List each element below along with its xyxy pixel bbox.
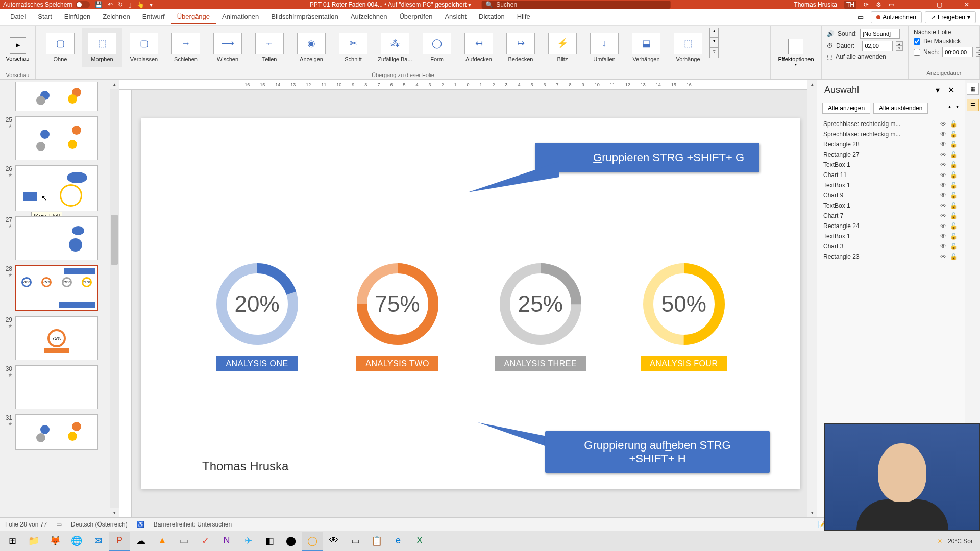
touch-icon[interactable]: 👆: [137, 1, 144, 8]
show-all-button[interactable]: Alle anzeigen: [822, 103, 870, 114]
app-icon[interactable]: ◯: [302, 532, 323, 551]
hide-all-button[interactable]: Alle ausblenden: [873, 103, 928, 114]
minimize-button[interactable]: ─: [901, 0, 922, 9]
analysis-label[interactable]: ANALYSIS FOUR: [641, 356, 727, 371]
scroll-down-icon[interactable]: ▾: [807, 508, 817, 517]
menu-tab-bildschirmpräsentation[interactable]: Bildschirmpräsentation: [265, 10, 345, 24]
onenote-icon[interactable]: N: [216, 532, 237, 551]
user-name[interactable]: Thomas Hruska: [794, 1, 837, 8]
lock-icon[interactable]: 🔓: [948, 182, 959, 189]
visibility-icon[interactable]: 👁: [938, 161, 948, 168]
selection-item[interactable]: Chart 9👁🔓: [819, 190, 963, 201]
visibility-icon[interactable]: 👁: [938, 212, 948, 219]
lock-icon[interactable]: 🔓: [948, 253, 959, 260]
selection-item[interactable]: Sprechblase: rechteckig m...👁🔓: [819, 129, 963, 139]
app-icon[interactable]: 👁: [324, 532, 344, 551]
editor-scrollbar[interactable]: ▴ ▾: [807, 80, 817, 517]
close-button[interactable]: ✕: [957, 0, 977, 9]
slide-thumbnail-25[interactable]: [15, 116, 98, 160]
author-text[interactable]: Thomas Hruska: [202, 459, 288, 473]
record-button[interactable]: Aufzeichnen: [871, 11, 922, 23]
apply-all-button[interactable]: ⬚Auf alle anwenden: [827, 53, 903, 60]
selection-item[interactable]: TextBox 1👁🔓: [819, 160, 963, 170]
menu-tab-überprüfen[interactable]: Überprüfen: [393, 10, 438, 24]
visibility-icon[interactable]: 👁: [938, 253, 948, 260]
app-icon[interactable]: ▭: [345, 532, 365, 551]
selection-item[interactable]: Chart 7👁🔓: [819, 211, 963, 221]
after-spinner[interactable]: ▴▾: [976, 47, 980, 57]
transition-morphen[interactable]: ⬚Morphen: [82, 28, 122, 67]
settings-icon[interactable]: ⚙: [876, 1, 881, 8]
visibility-icon[interactable]: 👁: [938, 233, 948, 240]
transition-verhängen[interactable]: ⬓Verhängen: [626, 28, 667, 67]
lock-icon[interactable]: 🔓: [948, 192, 959, 199]
selection-item[interactable]: TextBox 1👁🔓: [819, 180, 963, 190]
telegram-icon[interactable]: ✈: [238, 532, 258, 551]
qat-more-icon[interactable]: ▾: [150, 1, 153, 8]
menu-tab-zeichnen[interactable]: Zeichnen: [96, 10, 136, 24]
undo-icon[interactable]: ↶: [108, 1, 113, 8]
search-box[interactable]: 🔍 Suchen: [481, 1, 670, 9]
menu-tab-ansicht[interactable]: Ansicht: [438, 10, 473, 24]
scroll-up-icon[interactable]: ▴: [807, 80, 817, 89]
app-icon[interactable]: ▭: [174, 532, 194, 551]
selection-item[interactable]: Rectangle 24👁🔓: [819, 221, 963, 231]
outlook-icon[interactable]: ✉: [88, 532, 108, 551]
callout-ungroup[interactable]: Gruppierung aufheben STRG +SHIFT+ H: [545, 431, 770, 473]
callout-group[interactable]: Gruppieren STRG +SHIFT+ G: [535, 143, 760, 172]
app-icon[interactable]: ◧: [259, 532, 280, 551]
slide-thumbnail-28[interactable]: 20%75%25%50%: [15, 265, 98, 311]
present-icon[interactable]: ▯: [128, 1, 132, 8]
donut-chart[interactable]: 75% ANALYSIS TWO: [355, 261, 440, 371]
slide-thumbnail-29[interactable]: 75%: [15, 316, 98, 360]
start-button[interactable]: ⊞: [2, 532, 22, 551]
redo-icon[interactable]: ↻: [118, 1, 123, 8]
selection-item[interactable]: TextBox 1👁🔓: [819, 201, 963, 211]
lock-icon[interactable]: 🔓: [948, 243, 959, 250]
move-up-icon[interactable]: ▴: [947, 103, 952, 114]
visibility-icon[interactable]: 👁: [938, 120, 948, 128]
menu-tab-animationen[interactable]: Animationen: [216, 10, 265, 24]
system-tray[interactable]: ☀ 20°C Sor: [937, 538, 978, 545]
after-input[interactable]: [942, 47, 973, 57]
visibility-icon[interactable]: 👁: [938, 192, 948, 199]
powerpoint-icon[interactable]: P: [109, 532, 130, 551]
slide-thumbnail-partial[interactable]: [15, 82, 98, 111]
lock-icon[interactable]: 🔓: [948, 222, 959, 230]
firefox-icon[interactable]: 🦊: [45, 532, 65, 551]
selection-item[interactable]: Chart 11👁🔓: [819, 170, 963, 180]
accessibility-label[interactable]: Barrierefreiheit: Untersuchen: [154, 521, 232, 528]
transition-ohne[interactable]: ▢Ohne: [40, 28, 81, 67]
transition-zufällige ba...[interactable]: ⁂Zufällige Ba...: [375, 28, 415, 67]
slide-counter[interactable]: Folie 28 von 77: [5, 521, 47, 528]
vlc-icon[interactable]: ▲: [152, 532, 173, 551]
obs-icon[interactable]: ⬤: [281, 532, 301, 551]
transition-aufdecken[interactable]: ↤Aufdecken: [458, 28, 499, 67]
selpane-close-icon[interactable]: ✕: [945, 86, 958, 94]
slide-thumbnail-30[interactable]: [15, 365, 98, 409]
visibility-icon[interactable]: 👁: [938, 182, 948, 189]
scroll-up-icon[interactable]: ▴: [110, 80, 119, 89]
analysis-label[interactable]: ANALYSIS TWO: [356, 356, 438, 371]
sidebar-tab-1[interactable]: ▦: [967, 83, 979, 95]
selection-item[interactable]: Sprechblase: rechteckig m...👁🔓: [819, 119, 963, 129]
thumbs-scrollbar[interactable]: ▴ ▾: [110, 80, 119, 517]
transition-anzeigen[interactable]: ◉Anzeigen: [291, 28, 332, 67]
menu-tab-dictation[interactable]: Dictation: [473, 10, 511, 24]
donut-chart[interactable]: 20% ANALYSIS ONE: [214, 261, 300, 371]
toggle-switch[interactable]: [76, 1, 90, 8]
donut-chart[interactable]: 50% ANALYSIS FOUR: [641, 261, 727, 371]
lock-icon[interactable]: 🔓: [948, 120, 959, 128]
analysis-label[interactable]: ANALYSIS ONE: [216, 356, 297, 371]
visibility-icon[interactable]: 👁: [938, 222, 948, 230]
menu-tab-übergänge[interactable]: Übergänge: [171, 10, 216, 24]
language-label[interactable]: Deutsch (Österreich): [71, 521, 128, 528]
edge-icon[interactable]: e: [388, 532, 408, 551]
menu-tab-datei[interactable]: Datei: [4, 10, 32, 24]
donut-chart[interactable]: 25% ANALYSIS THREE: [495, 261, 586, 371]
menu-tab-entwurf[interactable]: Entwurf: [136, 10, 171, 24]
selection-item[interactable]: Chart 3👁🔓: [819, 241, 963, 252]
move-down-icon[interactable]: ▾: [955, 103, 960, 114]
duration-input[interactable]: [862, 41, 893, 51]
selpane-dropdown-icon[interactable]: ▾: [933, 86, 943, 94]
